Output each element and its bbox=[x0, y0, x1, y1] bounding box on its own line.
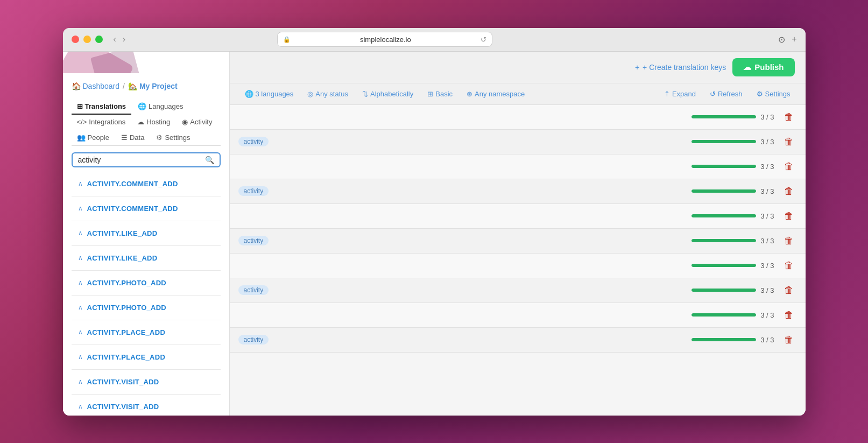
delete-button-6[interactable]: 🗑 bbox=[781, 234, 797, 248]
maximize-button[interactable] bbox=[95, 36, 103, 43]
new-tab-icon[interactable]: + bbox=[792, 34, 796, 44]
namespace-filter[interactable]: ⊛ Any namespace bbox=[462, 88, 529, 100]
chevron-icon[interactable]: ∧ bbox=[78, 328, 83, 336]
tab-people[interactable]: 👥 People bbox=[72, 130, 115, 146]
sidebar-decoration bbox=[63, 52, 229, 73]
tab-settings[interactable]: ⚙ Settings bbox=[151, 130, 195, 146]
publish-label: Publish bbox=[754, 62, 784, 72]
chevron-icon[interactable]: ∧ bbox=[78, 254, 83, 262]
tab-translations[interactable]: ⊞ Translations bbox=[72, 99, 132, 115]
titlebar: ‹ › 🔒 simplelocalize.io ↺ ⊙ + bbox=[63, 28, 806, 52]
sidebar-row-1: ∧ ACTIVITY.COMMENT_ADD bbox=[72, 172, 221, 196]
back-button[interactable]: ‹ bbox=[111, 33, 118, 45]
progress-bar-8 bbox=[691, 289, 756, 292]
minimize-button[interactable] bbox=[83, 36, 91, 43]
delete-button-9[interactable]: 🗑 bbox=[781, 308, 797, 322]
tab-hosting[interactable]: ☁ Hosting bbox=[132, 115, 175, 130]
breadcrumb-home[interactable]: 🏠 Dashboard bbox=[72, 82, 120, 90]
delete-button-8[interactable]: 🗑 bbox=[781, 284, 797, 297]
key-label[interactable]: ACTIVITY.LIKE_ADD bbox=[87, 254, 214, 262]
plus-icon: + bbox=[635, 63, 639, 72]
chevron-icon[interactable]: ∧ bbox=[78, 180, 83, 187]
download-icon[interactable]: ⊙ bbox=[778, 34, 785, 45]
integrations-icon: </> bbox=[77, 118, 87, 126]
close-button[interactable] bbox=[72, 36, 79, 43]
chevron-icon[interactable]: ∧ bbox=[78, 205, 83, 212]
progress-area-2: 3 / 3 bbox=[691, 138, 774, 146]
right-row-10: activity 3 / 3 🗑 bbox=[230, 328, 806, 353]
right-row-8: activity 3 / 3 🗑 bbox=[230, 278, 806, 303]
chevron-icon[interactable]: ∧ bbox=[78, 229, 83, 237]
expand-button[interactable]: ⇡ Expand bbox=[660, 88, 700, 100]
progress-count-8: 3 / 3 bbox=[760, 286, 774, 294]
chevron-icon[interactable]: ∧ bbox=[78, 304, 83, 311]
right-settings-button[interactable]: ⚙ Settings bbox=[752, 88, 795, 100]
right-panel: + + Create translation keys ☁ Publish 🌐 … bbox=[230, 52, 806, 416]
progress-area-5: 3 / 3 bbox=[691, 212, 774, 220]
key-label[interactable]: ACTIVITY.LIKE_ADD bbox=[87, 229, 214, 237]
chevron-icon[interactable]: ∧ bbox=[78, 353, 83, 361]
forward-button[interactable]: › bbox=[121, 33, 128, 45]
tab-activity[interactable]: ◉ Activity bbox=[177, 115, 217, 130]
delete-button-5[interactable]: 🗑 bbox=[781, 209, 797, 223]
status-filter[interactable]: ◎ Any status bbox=[303, 88, 352, 100]
right-translation-list: 3 / 3 🗑 activity 3 / 3 🗑 bbox=[230, 105, 806, 416]
delete-button-10[interactable]: 🗑 bbox=[781, 333, 797, 347]
progress-area-4: 3 / 3 bbox=[691, 187, 774, 195]
tab-languages[interactable]: 🌐 Languages bbox=[132, 99, 188, 115]
project-icon: 🏡 bbox=[128, 82, 137, 90]
key-label[interactable]: ACTIVITY.VISIT_ADD bbox=[87, 378, 214, 386]
sort-filter-label: Alphabetically bbox=[370, 90, 413, 98]
right-row-7: 3 / 3 🗑 bbox=[230, 254, 806, 278]
tab-integrations[interactable]: </> Integrations bbox=[72, 115, 131, 130]
key-label[interactable]: ACTIVITY.PLACE_ADD bbox=[87, 353, 214, 361]
translations-icon: ⊞ bbox=[77, 102, 83, 110]
tab-data[interactable]: ☰ Data bbox=[116, 130, 150, 146]
key-label[interactable]: ACTIVITY.COMMENT_ADD bbox=[87, 180, 214, 188]
people-icon: 👥 bbox=[77, 133, 86, 142]
sort-filter[interactable]: ⇅ Alphabetically bbox=[358, 88, 418, 100]
delete-button-3[interactable]: 🗑 bbox=[781, 160, 797, 173]
right-row-1: 3 / 3 🗑 bbox=[230, 105, 806, 130]
key-label[interactable]: ACTIVITY.COMMENT_ADD bbox=[87, 205, 214, 213]
status-filter-label: Any status bbox=[315, 90, 348, 98]
chevron-icon[interactable]: ∧ bbox=[78, 403, 83, 410]
key-label[interactable]: ACTIVITY.PHOTO_ADD bbox=[87, 304, 214, 312]
search-input[interactable] bbox=[78, 156, 202, 164]
search-box[interactable]: 🔍 bbox=[72, 152, 221, 167]
globe-icon: 🌐 bbox=[245, 90, 253, 98]
publish-button[interactable]: ☁ Publish bbox=[732, 58, 794, 76]
key-label[interactable]: ACTIVITY.PHOTO_ADD bbox=[87, 279, 214, 287]
chevron-icon[interactable]: ∧ bbox=[78, 279, 83, 286]
view-filter[interactable]: ⊞ Basic bbox=[423, 88, 457, 100]
chevron-icon[interactable]: ∧ bbox=[78, 378, 83, 385]
languages-filter[interactable]: 🌐 3 languages bbox=[241, 88, 298, 100]
tab-languages-label: Languages bbox=[149, 102, 183, 110]
progress-area-3: 3 / 3 bbox=[691, 163, 774, 171]
sidebar-row-8: ∧ ACTIVITY.PLACE_ADD bbox=[72, 345, 221, 370]
delete-button-7[interactable]: 🗑 bbox=[781, 259, 797, 272]
key-label[interactable]: ACTIVITY.PLACE_ADD bbox=[87, 328, 214, 336]
refresh-button[interactable]: ↺ Refresh bbox=[705, 88, 747, 100]
url-bar[interactable]: 🔒 simplelocalize.io ↺ bbox=[277, 32, 492, 47]
url-text: simplelocalize.io bbox=[294, 36, 477, 44]
create-translation-keys-button[interactable]: + + Create translation keys bbox=[635, 63, 726, 72]
delete-button-1[interactable]: 🗑 bbox=[781, 110, 797, 124]
breadcrumb: 🏠 Dashboard / 🏡 My Project bbox=[72, 82, 221, 90]
right-row-4: activity 3 / 3 🗑 bbox=[230, 179, 806, 204]
translation-list-sidebar: ∧ ACTIVITY.COMMENT_ADD ∧ ACTIVITY.COMMEN… bbox=[72, 172, 221, 416]
right-row-3: 3 / 3 🗑 bbox=[230, 154, 806, 179]
delete-button-4[interactable]: 🗑 bbox=[781, 185, 797, 198]
sidebar-row-10: ∧ ACTIVITY.VISIT_ADD bbox=[72, 395, 221, 416]
reload-icon[interactable]: ↺ bbox=[481, 36, 486, 44]
delete-button-2[interactable]: 🗑 bbox=[781, 135, 797, 149]
progress-count-4: 3 / 3 bbox=[760, 187, 774, 195]
publish-cloud-icon: ☁ bbox=[743, 62, 751, 72]
traffic-lights bbox=[72, 36, 103, 43]
progress-fill-7 bbox=[691, 264, 756, 267]
key-label[interactable]: ACTIVITY.VISIT_ADD bbox=[87, 403, 214, 411]
progress-fill-9 bbox=[691, 313, 756, 317]
lock-icon: 🔒 bbox=[283, 36, 291, 43]
breadcrumb-project[interactable]: 🏡 My Project bbox=[128, 82, 178, 90]
languages-filter-label: 3 languages bbox=[256, 90, 294, 98]
